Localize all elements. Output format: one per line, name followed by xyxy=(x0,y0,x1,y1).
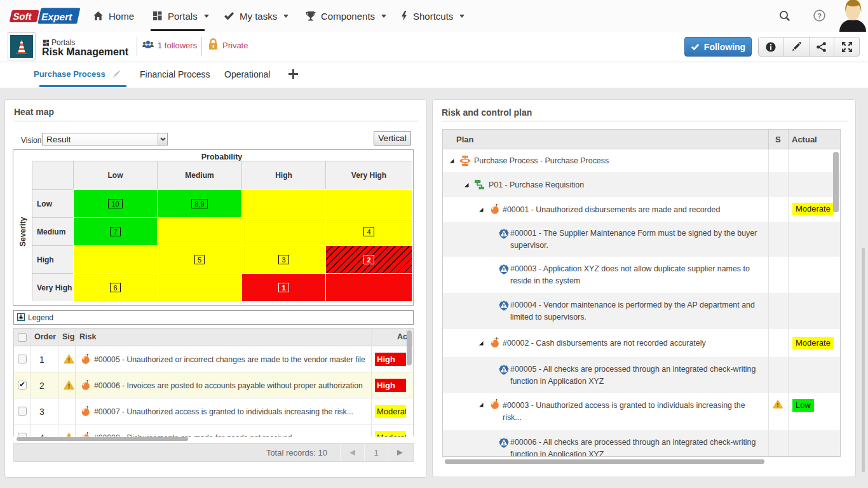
svg-text:Soft: Soft xyxy=(12,11,33,22)
svg-text:Expert: Expert xyxy=(41,12,74,23)
svg-text:?: ? xyxy=(817,12,822,20)
